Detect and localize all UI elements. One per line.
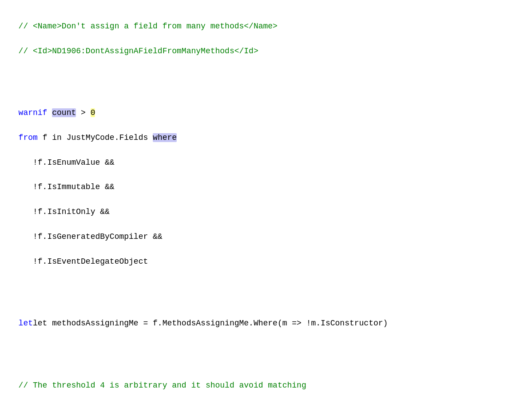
from-keyword: from: [19, 133, 38, 142]
where-highlight: where: [153, 133, 177, 142]
let-keyword: let: [19, 319, 33, 328]
count-highlight: count: [52, 108, 76, 117]
cond4: !f.IsGeneratedByCompiler &&: [19, 232, 163, 241]
warnif-keyword: warnif: [19, 108, 48, 117]
comment-id-line: // <Id>ND1906:DontAssignAFieldFromManyMe…: [19, 47, 258, 55]
gt-operator: >: [76, 108, 90, 117]
cond3: !f.IsInitOnly &&: [19, 207, 110, 216]
cond2: !f.IsImmutable &&: [19, 182, 115, 191]
let-line: let methodsAssigningMe = f.MethodsAssign…: [33, 319, 388, 328]
cond5: !f.IsEventDelegateObject: [19, 257, 148, 266]
comment-threshold1: // The threshold 4 is arbitrary and it s…: [19, 381, 306, 390]
cond1: !f.IsEnumValue &&: [19, 158, 115, 167]
comment-name-line: // <Name>Don't assign a field from many …: [19, 22, 278, 31]
code-editor: // <Name>Don't assign a field from many …: [9, 8, 523, 396]
zero-highlight: 0: [91, 108, 95, 117]
from-mid: f in JustMyCode.Fields: [38, 133, 153, 142]
